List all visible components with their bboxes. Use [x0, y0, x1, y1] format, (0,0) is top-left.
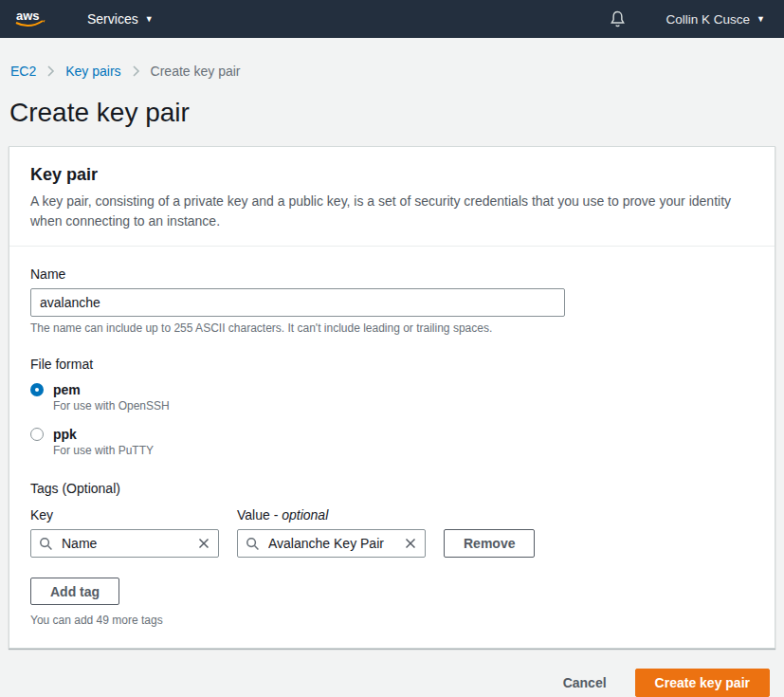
name-label: Name — [30, 266, 754, 282]
bell-icon — [609, 9, 627, 29]
radio-pem-label: pem — [53, 382, 81, 397]
cancel-button[interactable]: Cancel — [563, 675, 607, 690]
tags-title: Tags (Optional) — [30, 481, 754, 496]
tag-value-optional-label: optional — [282, 507, 328, 523]
add-tag-button[interactable]: Add tag — [30, 578, 119, 605]
radio-option-pem[interactable]: pem — [30, 382, 754, 397]
file-format-label: File format — [30, 357, 754, 372]
tag-column-labels: Key Value - optional — [30, 507, 754, 523]
card-title: Key pair — [30, 165, 754, 185]
breadcrumb: EC2 Key pairs Create key pair — [0, 38, 784, 79]
file-format-group: File format pem For use with OpenSSH ppk… — [30, 357, 754, 457]
radio-unselected-icon[interactable] — [30, 428, 44, 441]
tag-row: Remove — [30, 529, 754, 558]
page-title: Create key pair — [9, 99, 775, 127]
user-name: Collin K Cusce — [666, 12, 751, 27]
breadcrumb-link-key-pairs[interactable]: Key pairs — [65, 64, 120, 79]
tag-key-label: Key — [30, 507, 237, 523]
create-key-pair-button[interactable]: Create key pair — [635, 669, 770, 697]
chevron-down-icon: ▼ — [145, 15, 154, 24]
key-pair-card: Key pair A key pair, consisting of a pri… — [9, 146, 775, 649]
clear-value-button[interactable] — [404, 537, 417, 550]
radio-pem-description: For use with OpenSSH — [53, 399, 754, 413]
svg-text:aws: aws — [16, 9, 40, 23]
radio-selected-icon[interactable] — [30, 383, 44, 396]
breadcrumb-current: Create key pair — [151, 64, 241, 79]
close-icon — [404, 537, 417, 550]
tag-value-field — [237, 529, 426, 558]
card-description: A key pair, consisting of a private key … — [30, 192, 754, 231]
close-icon — [197, 537, 210, 550]
tag-key-field — [30, 529, 219, 558]
tags-remaining-text: You can add 49 more tags — [30, 614, 754, 627]
aws-logo-icon: aws — [13, 8, 47, 30]
remove-tag-button[interactable]: Remove — [444, 529, 535, 558]
services-menu-label: Services — [87, 11, 138, 27]
clear-key-button[interactable] — [197, 537, 210, 550]
notifications-bell[interactable] — [609, 9, 627, 29]
tag-value-label: Value - optional — [237, 507, 328, 523]
radio-ppk-label: ppk — [53, 427, 77, 442]
aws-logo[interactable]: aws — [13, 8, 47, 30]
services-menu[interactable]: Services ▼ — [87, 11, 154, 27]
tag-value-input[interactable] — [266, 535, 397, 552]
tags-section: Tags (Optional) Key Value - optional — [30, 481, 754, 627]
card-header: Key pair A key pair, consisting of a pri… — [9, 147, 775, 247]
search-icon — [246, 537, 260, 551]
chevron-right-icon — [46, 65, 55, 77]
name-helper-text: The name can include up to 255 ASCII cha… — [30, 321, 754, 335]
card-body: Name The name can include up to 255 ASCI… — [9, 247, 775, 648]
chevron-down-icon: ▼ — [757, 15, 765, 24]
name-input[interactable] — [30, 288, 565, 317]
footer-actions: Cancel Create key pair — [0, 649, 784, 697]
top-navbar: aws Services ▼ Collin K Cusce ▼ — [0, 0, 784, 38]
search-icon — [39, 537, 53, 551]
radio-option-ppk[interactable]: ppk — [30, 427, 754, 442]
radio-ppk-description: For use with PuTTY — [53, 444, 754, 457]
user-menu[interactable]: Collin K Cusce ▼ — [666, 12, 765, 27]
tag-key-input[interactable] — [60, 535, 191, 552]
breadcrumb-link-ec2[interactable]: EC2 — [10, 64, 36, 79]
chevron-right-icon — [132, 65, 140, 77]
